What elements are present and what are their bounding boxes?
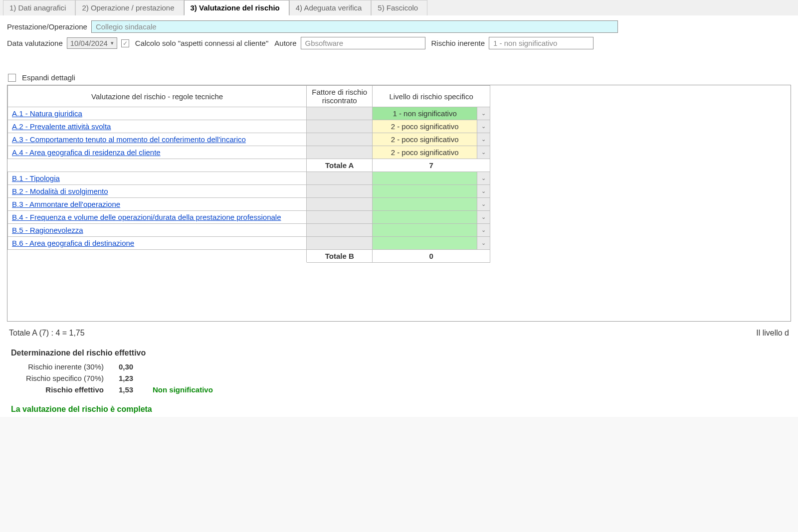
det-value: 1,53 — [119, 385, 149, 394]
det-label: Rischio specifico (70%) — [9, 374, 119, 382]
rischio-inerente-label: Rischio inerente — [431, 39, 485, 47]
factor-cell[interactable] — [307, 107, 373, 120]
level-dropdown-button[interactable]: ⌄ — [477, 224, 490, 237]
tabs-bar: 1) Dati anagrafici 2) Operazione / prest… — [0, 0, 798, 15]
rule-link[interactable]: B.5 - Ragionevolezza — [12, 226, 83, 234]
col-header-level: Livello di rischio specifico — [373, 86, 490, 107]
factor-cell[interactable] — [307, 185, 373, 198]
level-dropdown-button[interactable]: ⌄ — [477, 146, 490, 159]
tab-valutazione-rischio[interactable]: 3) Valutazione del rischio — [184, 0, 289, 15]
level-cell — [373, 211, 477, 224]
rule-link[interactable]: A.2 - Prevalente attività svolta — [12, 122, 111, 131]
factor-cell[interactable] — [307, 146, 373, 159]
level-cell — [373, 198, 477, 211]
table-row: A.3 - Comportamento tenuto al momento de… — [8, 133, 490, 146]
level-dropdown-button[interactable]: ⌄ — [477, 237, 490, 250]
factor-cell[interactable] — [307, 133, 373, 146]
level-dropdown-button[interactable]: ⌄ — [477, 133, 490, 146]
total-a-row: Totale A 7 — [8, 159, 490, 172]
level-cell: 2 - poco significativo — [373, 146, 477, 159]
total-a-value: 7 — [373, 159, 490, 172]
calcolo-label: Calcolo solo "aspetti connessi al client… — [135, 39, 268, 47]
table-row: A.4 - Area geografica di residenza del c… — [8, 146, 490, 159]
tab-dati-anagrafici[interactable]: 1) Dati anagrafici — [3, 0, 75, 15]
total-b-label: Totale B — [307, 250, 373, 263]
table-row: A.1 - Natura giuridica1 - non significat… — [8, 107, 490, 120]
det-label: Rischio inerente (30%) — [9, 362, 119, 371]
level-dropdown-button[interactable]: ⌄ — [477, 185, 490, 198]
espandi-dettagli-checkbox[interactable] — [8, 74, 16, 82]
total-b-row: Totale B 0 — [8, 250, 490, 263]
tab-fascicolo[interactable]: 5) Fascicolo — [371, 0, 427, 15]
col-header-factor: Fattore di rischio riscontrato — [307, 86, 373, 107]
factor-cell[interactable] — [307, 120, 373, 133]
level-cell: 2 - poco significativo — [373, 120, 477, 133]
level-cell: 2 - poco significativo — [373, 133, 477, 146]
valutazione-completa: La valutazione del rischio è completa — [11, 405, 789, 414]
rule-link[interactable]: B.6 - Area geografica di destinazione — [12, 239, 134, 247]
tab-adeguata-verifica[interactable]: 4) Adeguata verifica — [289, 0, 372, 15]
risk-table-container: Valutazione del rischio - regole tecnich… — [7, 85, 791, 322]
level-dropdown-button[interactable]: ⌄ — [477, 172, 490, 185]
rule-link[interactable]: A.3 - Comportamento tenuto al momento de… — [12, 135, 246, 144]
right-truncated-text: Il livello d — [756, 329, 789, 338]
level-dropdown-button[interactable]: ⌄ — [477, 107, 490, 120]
factor-cell[interactable] — [307, 224, 373, 237]
factor-cell[interactable] — [307, 198, 373, 211]
determinazione-title: Determinazione del rischio effettivo — [11, 349, 789, 357]
rule-link[interactable]: A.4 - Area geografica di residenza del c… — [12, 148, 161, 157]
total-a-label: Totale A — [307, 159, 373, 172]
det-value: 1,23 — [119, 374, 149, 382]
rule-link[interactable]: A.1 - Natura giuridica — [12, 109, 82, 118]
det-line: Rischio effettivo1,53Non significativo — [9, 385, 789, 394]
table-row: B.2 - Modalità di svolgimento⌄ — [8, 185, 490, 198]
rule-link[interactable]: B.3 - Ammontare dell'operazione — [12, 200, 120, 208]
factor-cell[interactable] — [307, 211, 373, 224]
autore-label: Autore — [274, 39, 296, 47]
table-row: B.1 - Tipologia⌄ — [8, 172, 490, 185]
level-cell — [373, 224, 477, 237]
level-cell — [373, 172, 477, 185]
tab-operazione[interactable]: 2) Operazione / prestazione — [75, 0, 184, 15]
prestazione-input[interactable]: Collegio sindacale — [91, 20, 618, 33]
total-a-division: Totale A (7) : 4 = 1,75 — [9, 329, 85, 338]
level-cell — [373, 185, 477, 198]
det-desc: Non significativo — [153, 385, 213, 394]
data-valutazione-label: Data valutazione — [7, 39, 63, 47]
factor-cell[interactable] — [307, 237, 373, 250]
table-row: B.5 - Ragionevolezza⌄ — [8, 224, 490, 237]
rule-link[interactable]: B.2 - Modalità di svolgimento — [12, 187, 108, 195]
level-dropdown-button[interactable]: ⌄ — [477, 211, 490, 224]
autore-input[interactable]: Gbsoftware — [301, 37, 425, 49]
level-dropdown-button[interactable]: ⌄ — [477, 198, 490, 211]
rule-link[interactable]: B.4 - Frequenza e volume delle operazion… — [12, 213, 281, 221]
total-b-value: 0 — [373, 250, 490, 263]
chevron-down-icon: ▾ — [111, 40, 114, 46]
table-row: B.4 - Frequenza e volume delle operazion… — [8, 211, 490, 224]
rischio-inerente-input[interactable]: 1 - non significativo — [489, 37, 594, 49]
factor-cell[interactable] — [307, 172, 373, 185]
rule-link[interactable]: B.1 - Tipologia — [12, 174, 60, 182]
level-cell: 1 - non significativo — [373, 107, 477, 120]
col-header-rule: Valutazione del rischio - regole tecnich… — [8, 86, 307, 107]
det-line: Rischio inerente (30%)0,30 — [9, 362, 789, 371]
level-cell — [373, 237, 477, 250]
risk-table: Valutazione del rischio - regole tecnich… — [7, 85, 490, 263]
table-row: A.2 - Prevalente attività svolta2 - poco… — [8, 120, 490, 133]
prestazione-label: Prestazione/Operazione — [7, 22, 87, 31]
det-line: Rischio specifico (70%)1,23 — [9, 374, 789, 382]
level-dropdown-button[interactable]: ⌄ — [477, 120, 490, 133]
data-valutazione-dropdown[interactable]: 10/04/2024 ▾ — [67, 37, 117, 49]
det-value: 0,30 — [119, 362, 149, 371]
espandi-dettagli-label: Espandi dettagli — [22, 73, 75, 82]
det-label: Rischio effettivo — [9, 385, 119, 394]
table-row: B.3 - Ammontare dell'operazione⌄ — [8, 198, 490, 211]
calcolo-checkbox[interactable]: ✓ — [121, 39, 129, 47]
table-row: B.6 - Area geografica di destinazione⌄ — [8, 237, 490, 250]
